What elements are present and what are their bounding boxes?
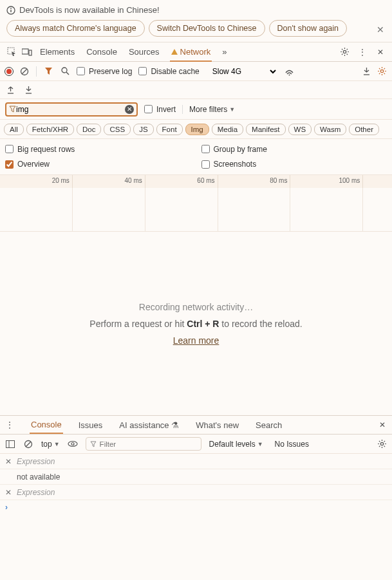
console-prompt[interactable]: › [0,500,392,514]
banner-title: DevTools is now available in Chinese! [19,5,160,15]
more-icon[interactable]: ⋮ [355,44,370,60]
tabs-overflow-icon[interactable]: » [221,43,228,61]
svg-point-21 [71,443,74,445]
pill-doc[interactable]: Doc [77,124,101,135]
pill-font[interactable]: Font [156,124,183,135]
drawer-tab-ai[interactable]: AI assistance ⚗ [118,417,180,433]
invert-checkbox[interactable]: Invert [144,105,176,114]
filter-funnel-icon [9,106,16,113]
tick-label: 20 ms [52,177,70,184]
chevron-down-icon: ▼ [229,106,235,113]
prompt-caret-icon: › [5,503,8,512]
record-button[interactable] [5,68,13,75]
clear-filter-icon[interactable]: ✕ [125,105,134,114]
network-conditions-icon[interactable] [285,66,295,77]
tab-console[interactable]: Console [85,43,118,61]
throttling-select[interactable]: Slow 4G [207,65,278,78]
disable-cache-checkbox[interactable]: Disable cache [138,67,199,76]
svg-point-11 [289,74,290,75]
levels-select[interactable]: Default levels ▼ [209,440,263,449]
pill-css[interactable]: CSS [104,124,131,135]
export-icon[interactable] [5,85,15,95]
switch-language-button[interactable]: Switch DevTools to Chinese [149,20,265,37]
screenshots-checkbox[interactable]: Screenshots [201,160,387,169]
settings-icon[interactable] [337,44,352,60]
more-filters-dropdown[interactable]: More filters ▼ [189,105,235,114]
pill-media[interactable]: Media [212,124,243,135]
recording-title: Recording network activity… [139,302,253,312]
svg-point-6 [343,50,346,53]
download-icon[interactable] [23,85,33,95]
clear-console-icon[interactable] [23,439,33,449]
console-filter[interactable] [86,437,201,451]
filter-input-wrap[interactable]: ✕ [5,102,138,117]
pill-manifest[interactable]: Manifest [246,124,285,135]
learn-more-link[interactable]: Learn more [173,335,219,346]
device-icon[interactable] [19,44,35,60]
timeline-overview[interactable]: 20 ms 40 ms 60 ms 80 ms 100 ms [0,175,392,232]
filter-input[interactable] [16,105,125,114]
expression-result-value: not available [17,472,60,482]
tab-network[interactable]: Network [170,43,212,62]
drawer-tab-whatsnew[interactable]: What's new [194,417,240,433]
drawer-tab-search[interactable]: Search [254,417,283,433]
options-row: Big request rows Overview Group by frame… [0,139,392,175]
dont-show-button[interactable]: Don't show again [269,20,348,37]
svg-point-9 [62,68,67,73]
type-filter-row: All Fetch/XHR Doc CSS JS Font Img Media … [0,120,392,139]
network-settings-icon[interactable] [377,66,387,77]
sidebar-toggle-icon[interactable] [5,439,15,449]
info-icon [6,6,15,15]
console-filter-input[interactable] [100,440,197,448]
context-select[interactable]: top ▼ [41,440,60,449]
filter-icon[interactable] [43,66,53,77]
remove-expr-icon[interactable]: ✕ [5,488,12,497]
flask-icon: ⚗ [171,420,179,430]
svg-rect-16 [6,440,15,447]
preserve-log-checkbox[interactable]: Preserve log [77,67,132,76]
empty-state: Recording network activity… Perform a re… [0,232,392,415]
pill-img[interactable]: Img [185,124,209,135]
language-banner: DevTools is now available in Chinese! Al… [0,0,392,42]
pill-wasm[interactable]: Wasm [314,124,346,135]
expression-placeholder[interactable]: Expression [17,488,55,497]
clear-icon[interactable] [19,66,30,77]
main-tabbar: Elements Console Sources Network » ⋮ ✕ [0,42,392,62]
drawer-tab-issues[interactable]: Issues [77,417,104,433]
expression-placeholder[interactable]: Expression [17,457,55,466]
console-settings-icon[interactable] [377,439,387,449]
search-icon[interactable] [60,66,70,77]
tab-elements[interactable]: Elements [39,43,76,61]
recording-hint: Perform a request or hit Ctrl + R to rec… [89,319,302,329]
pill-other[interactable]: Other [349,124,379,135]
filter-funnel-icon [90,441,97,447]
big-rows-checkbox[interactable]: Big request rows [5,145,191,154]
always-match-button[interactable]: Always match Chrome's language [6,20,145,37]
drawer-tab-console[interactable]: Console [30,416,63,434]
live-expr-icon[interactable] [68,439,78,449]
inspect-icon[interactable] [4,44,19,60]
remove-expr-icon[interactable]: ✕ [5,457,12,466]
pill-ws[interactable]: WS [288,124,312,135]
svg-rect-1 [10,10,11,12]
pill-all[interactable]: All [4,124,24,135]
import-icon[interactable] [361,66,371,77]
overview-checkbox[interactable]: Overview [5,160,191,169]
group-frame-checkbox[interactable]: Group by frame [201,145,387,154]
tab-sources[interactable]: Sources [127,43,161,61]
pill-fetch[interactable]: Fetch/XHR [26,124,74,135]
banner-close-icon[interactable]: ✕ [377,24,384,35]
drawer-more-icon[interactable]: ⋮ [4,420,15,429]
filter-bar: ✕ Invert More filters ▼ [0,99,392,120]
warning-icon [171,49,178,55]
svg-rect-5 [29,50,32,55]
no-issues-label[interactable]: No Issues [275,440,309,449]
drawer-close-icon[interactable]: ✕ [377,420,388,429]
svg-point-20 [68,442,77,447]
pill-js[interactable]: JS [133,124,153,135]
close-devtools-icon[interactable]: ✕ [373,44,388,60]
live-expression-result: not available [0,469,392,485]
svg-line-8 [22,69,27,74]
tick-label: 40 ms [124,177,142,184]
console-toolbar: top ▼ Default levels ▼ No Issues [0,435,392,454]
